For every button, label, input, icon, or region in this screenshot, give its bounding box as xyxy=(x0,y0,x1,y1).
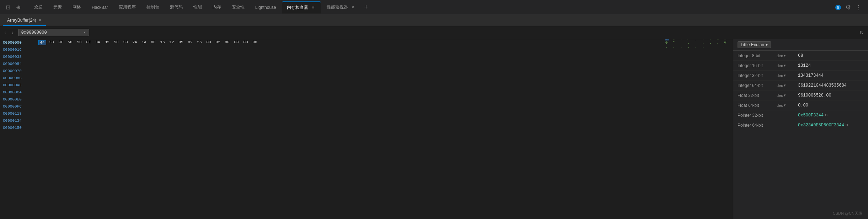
tab-hackbar[interactable]: HackBar xyxy=(87,1,113,13)
main-content: 00000000 44 33 0F 50 5D 0E 3A 32 58 30 2… xyxy=(0,39,868,219)
byte-0-1[interactable]: 33 xyxy=(48,40,55,45)
device-toolbar-icon[interactable]: ⊡ xyxy=(4,2,12,12)
external-link-ptr32-icon: ⊙ xyxy=(825,113,827,118)
chevron-int16-icon: ▾ xyxy=(784,63,786,68)
ascii-char-0-23[interactable]: . xyxy=(701,45,706,49)
refresh-button[interactable]: ↻ xyxy=(858,28,865,37)
addr-7: 000000C4 xyxy=(3,90,38,94)
byte-0-23[interactable]: 00 xyxy=(251,40,259,45)
value-row-int8: Integer 8-bit dec ▾ 68 xyxy=(733,51,868,61)
byte-0-8[interactable]: 58 xyxy=(112,40,120,45)
hex-row-3: 00000054 xyxy=(0,60,733,67)
byte-0-17[interactable]: 56 xyxy=(195,40,203,45)
byte-0-7[interactable]: 32 xyxy=(103,40,111,45)
tab-sources[interactable]: 源代码 xyxy=(165,1,188,13)
label-float32: Float 32-bit xyxy=(738,93,777,98)
chevron-int8-icon: ▾ xyxy=(784,53,786,58)
addr-11: 00000134 xyxy=(3,119,38,123)
byte-0-6[interactable]: 3A xyxy=(94,40,102,45)
type-int8[interactable]: dec ▾ xyxy=(777,53,798,58)
byte-0-3[interactable]: 50 xyxy=(66,40,74,45)
type-int32[interactable]: dec ▾ xyxy=(777,73,798,78)
byte-0-2[interactable]: 0F xyxy=(57,40,65,45)
ascii-char-0-15[interactable]: . xyxy=(709,40,713,45)
address-bar[interactable]: 0x00000000 ▾ xyxy=(18,29,89,36)
tab-lighthouse[interactable]: Lighthouse xyxy=(250,1,281,13)
tab-memory-inspector-close[interactable]: ✕ xyxy=(310,5,316,11)
hex-row-9: 000000FC xyxy=(0,103,733,110)
ascii-char-0-4[interactable]: ] xyxy=(694,39,698,40)
byte-0-4[interactable]: 5D xyxy=(75,40,83,45)
add-tab-button[interactable]: + xyxy=(361,2,371,12)
subtab-arraybuffer-close[interactable]: ✕ xyxy=(38,18,42,22)
addr-5: 0000008C xyxy=(3,76,38,80)
ascii-char-0-2[interactable]: . xyxy=(679,39,684,40)
byte-0-10[interactable]: 2A xyxy=(131,40,139,45)
ascii-char-0-18[interactable]: . xyxy=(665,45,669,49)
badge-count[interactable]: 9 xyxy=(835,5,841,10)
forward-button[interactable]: › xyxy=(10,28,15,37)
tab-console[interactable]: 控制台 xyxy=(141,1,164,13)
byte-0-11[interactable]: 1A xyxy=(140,40,148,45)
byte-0-9[interactable]: 30 xyxy=(122,40,129,45)
back-button[interactable]: ‹ xyxy=(3,28,7,37)
ascii-char-0-12[interactable]: . xyxy=(687,40,691,45)
data-ptr64[interactable]: 0x323A0E5D500F3344 ⊙ xyxy=(798,122,864,128)
byte-0-0[interactable]: 44 xyxy=(38,40,46,45)
byte-0-15[interactable]: 05 xyxy=(177,40,185,45)
type-int64[interactable]: dec ▾ xyxy=(777,83,798,88)
value-row-int64: Integer 64-bit dec ▾ 3619221044483535684 xyxy=(733,81,868,91)
inspect-icon[interactable]: ⊕ xyxy=(15,2,22,12)
ascii-char-0-14[interactable]: . xyxy=(701,40,706,45)
tab-performance[interactable]: 性能 xyxy=(188,1,207,13)
data-ptr32[interactable]: 0x500F3344 ⊙ xyxy=(798,113,864,118)
more-icon[interactable]: ⋮ xyxy=(855,4,862,11)
ascii-char-0-19[interactable]: . xyxy=(672,45,676,49)
tab-perf-monitor[interactable]: 性能监视器 ✕ xyxy=(322,1,361,13)
ascii-char-0-17[interactable]: V xyxy=(723,40,728,45)
hex-bytes-0: 44 33 0F 50 5D 0E 3A 32 58 30 2A 1A 0D 1… xyxy=(38,40,659,45)
tab-elements[interactable]: 元素 xyxy=(48,1,67,13)
ascii-0: D 3 . P ] . : 2 X 0 * . . . . V . . xyxy=(659,39,730,49)
byte-0-21[interactable]: 00 xyxy=(232,40,240,45)
byte-0-19[interactable]: 02 xyxy=(214,40,222,45)
data-float32: 9610006528.00 xyxy=(798,93,864,98)
type-int16[interactable]: dec ▾ xyxy=(777,63,798,68)
label-int8: Integer 8-bit xyxy=(738,53,777,58)
byte-0-14[interactable]: 12 xyxy=(168,40,176,45)
byte-0-5[interactable]: 0E xyxy=(85,40,92,45)
devtools-icons: ⊡ ⊕ xyxy=(2,2,24,12)
type-float64[interactable]: dec ▾ xyxy=(777,103,798,108)
value-row-int32: Integer 32-bit dec ▾ 1343173444 xyxy=(733,71,868,81)
chevron-float32-icon: ▾ xyxy=(784,93,786,98)
byte-0-20[interactable]: 00 xyxy=(223,40,231,45)
tab-network[interactable]: 网络 xyxy=(68,1,86,13)
byte-0-18[interactable]: 00 xyxy=(205,40,213,45)
hex-row-4: 00000070 xyxy=(0,67,733,75)
tab-application[interactable]: 应用程序 xyxy=(114,1,141,13)
endian-select[interactable]: Little Endian ▾ xyxy=(738,41,771,48)
ascii-char-0-22[interactable]: . xyxy=(694,45,698,49)
tab-welcome[interactable]: 欢迎 xyxy=(29,1,48,13)
byte-0-16[interactable]: 02 xyxy=(186,40,194,45)
value-row-int16: Integer 16-bit dec ▾ 13124 xyxy=(733,61,868,71)
label-int64: Integer 64-bit xyxy=(738,83,777,88)
byte-0-22[interactable]: 00 xyxy=(242,40,250,45)
ascii-char-0-9[interactable]: 0 xyxy=(665,40,669,45)
tab-perf-monitor-close[interactable]: ✕ xyxy=(350,5,356,10)
addr-3: 00000054 xyxy=(3,62,38,66)
hex-row-6: 000000A8 xyxy=(0,82,733,89)
ascii-char-0-20[interactable]: . xyxy=(679,45,684,49)
ascii-char-0-10[interactable]: * xyxy=(672,40,676,45)
tab-memory[interactable]: 内存 xyxy=(208,1,226,13)
type-float32[interactable]: dec ▾ xyxy=(777,93,798,98)
hex-editor: 00000000 44 33 0F 50 5D 0E 3A 32 58 30 2… xyxy=(0,39,733,219)
tab-security[interactable]: 安全性 xyxy=(227,1,250,13)
settings-icon[interactable]: ⚙ xyxy=(845,4,851,11)
ascii-char-0-21[interactable]: . xyxy=(687,45,691,49)
subtab-arraybuffer[interactable]: ArrayBuffer(24) ✕ xyxy=(3,15,46,26)
byte-0-13[interactable]: 16 xyxy=(159,40,166,45)
ascii-char-0-16[interactable]: . xyxy=(716,40,720,45)
tab-memory-inspector[interactable]: 内存检查器 ✕ xyxy=(282,1,321,13)
byte-0-12[interactable]: 0D xyxy=(149,40,157,45)
